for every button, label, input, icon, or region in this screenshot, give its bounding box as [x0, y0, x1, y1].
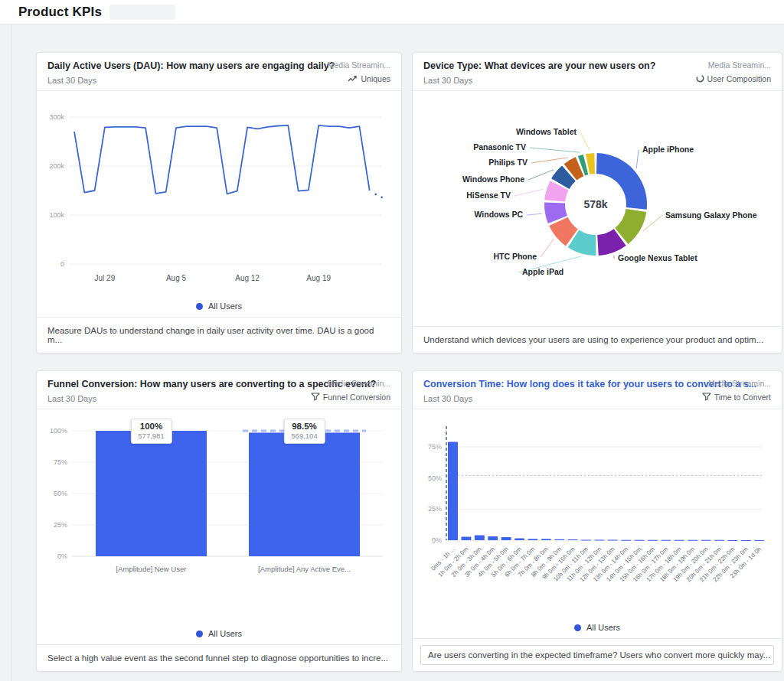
card-device-daterange: Last 30 Days — [423, 76, 655, 85]
svg-text:200k: 200k — [49, 162, 64, 170]
card-funnel-charttype[interactable]: Funnel Conversion — [311, 393, 390, 402]
card-ctime-source[interactable]: Media Streamin... — [702, 378, 771, 390]
svg-text:Windows PC: Windows PC — [475, 210, 524, 219]
svg-text:Aug 5: Aug 5 — [166, 274, 187, 282]
svg-text:Aug 12: Aug 12 — [235, 274, 260, 282]
svg-text:Google Nexus Tablet: Google Nexus Tablet — [618, 253, 697, 262]
svg-text:Panasonic TV: Panasonic TV — [473, 142, 526, 152]
page-title: Product KPIs — [18, 5, 102, 20]
card-device-source[interactable]: Media Streamin... — [696, 60, 771, 72]
svg-text:50%: 50% — [428, 474, 442, 481]
dashboard-content: Daily Active Users (DAU): How many users… — [11, 24, 784, 681]
card-device-charttype[interactable]: User Composition — [696, 74, 771, 83]
svg-text:Philips TV: Philips TV — [488, 158, 528, 167]
dau-legend[interactable]: All Users — [37, 297, 401, 317]
legend-label: All Users — [586, 623, 620, 632]
svg-text:75%: 75% — [428, 442, 442, 450]
svg-text:[Amplitude] New User: [Amplitude] New User — [116, 565, 187, 573]
donut-chart-icon — [696, 74, 704, 83]
svg-text:0: 0 — [60, 260, 64, 268]
svg-text:Apple iPad: Apple iPad — [522, 267, 564, 276]
card-funnel: Funnel Conversion: How many users are co… — [36, 370, 402, 672]
card-funnel-caption: Select a high value event as the second … — [37, 644, 401, 671]
funnel-bar-chart[interactable]: 0%25%50%75%100%[Amplitude] New User[Ampl… — [37, 409, 401, 625]
svg-text:300k: 300k — [49, 113, 64, 121]
legend-dot-icon — [574, 624, 581, 631]
svg-text:25%: 25% — [428, 505, 442, 513]
line-chart-icon — [348, 75, 358, 83]
svg-text:100%: 100% — [50, 427, 67, 435]
funnel-icon — [702, 393, 711, 401]
funnel-legend[interactable]: All Users — [37, 624, 401, 644]
card-ctime-daterange: Last 30 Days — [423, 394, 696, 403]
card-dau-source[interactable]: Media Streamin... — [328, 60, 390, 72]
card-device-type: Device Type: What devices are your new u… — [412, 52, 782, 354]
title-placeholder — [109, 5, 175, 20]
ctime-legend[interactable]: All Users — [413, 618, 782, 638]
svg-text:Jul 29: Jul 29 — [95, 274, 116, 282]
card-funnel-daterange: Last 30 Days — [47, 394, 305, 403]
svg-text:Windows Tablet: Windows Tablet — [516, 127, 577, 136]
dau-line-chart[interactable]: 0100k200k300kJul 29Aug 5Aug 12Aug 19 — [37, 91, 401, 298]
card-funnel-source[interactable]: Media Streamin... — [311, 378, 390, 390]
card-device-title[interactable]: Device Type: What devices are your new u… — [423, 60, 655, 73]
svg-text:[Amplitude] Any Active Eve...: [Amplitude] Any Active Eve... — [258, 565, 351, 573]
card-dau-caption: Measure DAUs to understand change in dai… — [37, 317, 401, 353]
card-dau-daterange: Last 30 Days — [47, 76, 322, 85]
legend-label: All Users — [208, 629, 242, 638]
legend-label: All Users — [208, 301, 242, 311]
card-dau-title[interactable]: Daily Active Users (DAU): How many users… — [47, 60, 322, 73]
svg-text:HTC Phone: HTC Phone — [493, 252, 537, 261]
svg-text:0%: 0% — [57, 552, 67, 560]
svg-text:100k: 100k — [49, 211, 64, 219]
card-dau: Daily Active Users (DAU): How many users… — [36, 52, 402, 354]
svg-text:50%: 50% — [54, 490, 67, 497]
funnel-value-tooltip: 98.5%569,104 — [283, 419, 325, 444]
legend-dot-icon — [196, 630, 203, 637]
card-funnel-header: Funnel Conversion: How many users are co… — [37, 371, 401, 409]
legend-dot-icon — [196, 303, 203, 310]
svg-text:Samsung Galaxy Phone: Samsung Galaxy Phone — [665, 210, 757, 220]
card-ctime-header: Conversion Time: How long does it take f… — [413, 371, 782, 409]
card-dau-charttype[interactable]: Uniques — [328, 74, 390, 83]
svg-text:25%: 25% — [54, 521, 67, 529]
page-header: Product KPIs — [0, 0, 784, 24]
card-ctime-title[interactable]: Conversion Time: How long does it take f… — [423, 378, 696, 392]
svg-text:Aug 19: Aug 19 — [306, 274, 331, 282]
card-device-caption: Understand which devices your users are … — [413, 326, 782, 353]
funnel-icon — [311, 393, 320, 401]
card-dau-header: Daily Active Users (DAU): How many users… — [37, 53, 401, 91]
card-ctime-footer: Are users converting in the expected tim… — [413, 638, 782, 671]
card-device-header: Device Type: What devices are your new u… — [413, 53, 782, 91]
card-ctime-caption[interactable]: Are users converting in the expected tim… — [420, 645, 774, 665]
svg-text:Apple iPhone: Apple iPhone — [642, 145, 694, 154]
conversion-time-histogram[interactable]: 0%25%50%75%0ms - 1h ...1h 0m - 2h 0m2h 0… — [413, 409, 782, 619]
svg-text:HiSense TV: HiSense TV — [466, 191, 511, 200]
device-donut-chart[interactable]: Apple iPhoneSamsung Galaxy PhoneGoogle N… — [413, 91, 782, 327]
card-conversion-time: Conversion Time: How long does it take f… — [412, 370, 782, 672]
svg-text:0%: 0% — [432, 536, 442, 544]
funnel-value-tooltip: 100%577,981 — [130, 419, 172, 444]
svg-text:Windows Phone: Windows Phone — [462, 174, 524, 184]
cards-grid: Daily Active Users (DAU): How many users… — [36, 52, 772, 672]
svg-text:75%: 75% — [54, 458, 67, 466]
card-funnel-title[interactable]: Funnel Conversion: How many users are co… — [47, 378, 305, 392]
card-ctime-charttype[interactable]: Time to Convert — [702, 393, 771, 402]
svg-text:578k: 578k — [583, 198, 607, 210]
